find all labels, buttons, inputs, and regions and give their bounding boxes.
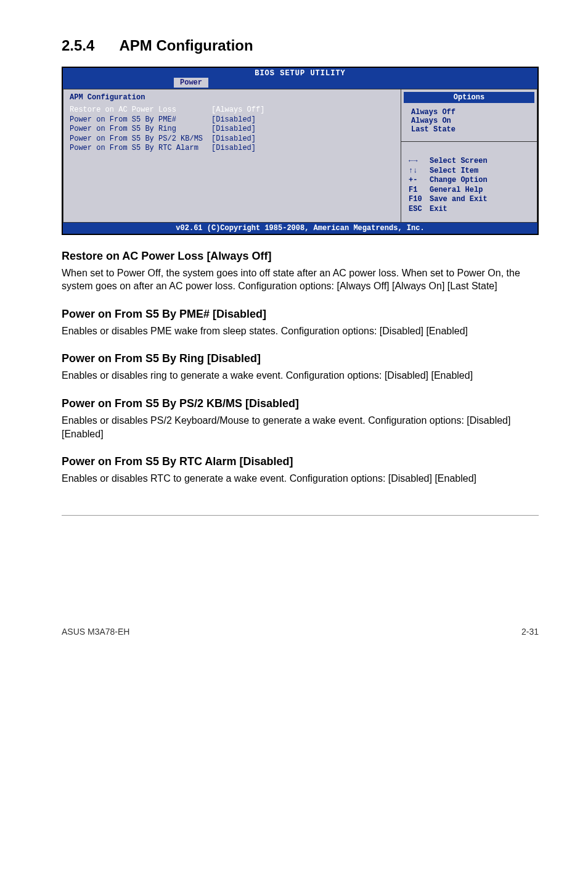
bios-menu-row: Power <box>63 78 537 89</box>
subheading: Power on From S5 By Ring [Disabled] <box>62 352 539 365</box>
bios-option[interactable]: Always On <box>411 117 527 125</box>
bios-left-panel: APM Configuration Restore on AC Power Lo… <box>63 89 401 223</box>
bios-help-panel: ←→ Select Screen ↑↓ Select Item +- Chang… <box>401 142 537 222</box>
subheading: Power on From S5 By PME# [Disabled] <box>62 308 539 321</box>
bios-help-key: F1 <box>409 186 430 196</box>
bios-help-text: Change Option <box>430 176 488 186</box>
footer-left: ASUS M3A78-EH <box>62 627 129 637</box>
bios-row-value: [Disabled] <box>211 134 256 144</box>
bios-help-row: +- Change Option <box>409 176 529 186</box>
bios-row[interactable]: Power on From S5 By RTC Alarm [Disabled] <box>70 144 394 154</box>
bios-row-value: [Disabled] <box>211 144 256 154</box>
bios-option[interactable]: Last State <box>411 125 527 134</box>
bios-right-panel: Options Always Off Always On Last State … <box>401 89 537 223</box>
bios-help-text: Select Screen <box>430 157 488 167</box>
bios-help-row: ESC Exit <box>409 205 529 215</box>
bios-help-row: ←→ Select Screen <box>409 157 529 167</box>
paragraph: When set to Power Off, the system goes i… <box>62 266 539 293</box>
bios-help-key: F10 <box>409 195 430 205</box>
section-title: 2.5.4 APM Configuration <box>62 37 539 54</box>
bios-row[interactable]: Power on From S5 By PME# [Disabled] <box>70 115 394 125</box>
paragraph: Enables or disables ring to generate a w… <box>62 369 539 382</box>
page-footer: ASUS M3A78-EH 2-31 <box>0 627 588 661</box>
bios-options-list: Always Off Always On Last State <box>401 105 537 141</box>
section-number: 2.5.4 <box>62 37 94 54</box>
bios-body: APM Configuration Restore on AC Power Lo… <box>63 89 537 223</box>
bios-help-row: F10 Save and Exit <box>409 195 529 205</box>
bios-left-title: APM Configuration <box>70 93 394 102</box>
footer-right: 2-31 <box>521 627 539 637</box>
bios-row-label: Restore on AC Power Loss <box>70 105 211 115</box>
arrows-lr-icon: ←→ <box>409 157 430 167</box>
arrows-ud-icon: ↑↓ <box>409 167 430 176</box>
bios-help-text: Save and Exit <box>430 195 488 205</box>
bios-help-key: ESC <box>409 205 430 215</box>
bios-help-key: +- <box>409 176 430 186</box>
bios-row-label: Power on From S5 By PS/2 KB/MS <box>70 134 211 144</box>
bios-footer: v02.61 (C)Copyright 1985-2008, American … <box>63 223 537 234</box>
bios-help-row: ↑↓ Select Item <box>409 167 529 176</box>
bios-row[interactable]: Power on From S5 By Ring [Disabled] <box>70 125 394 134</box>
subheading: Power on From S5 By RTC Alarm [Disabled] <box>62 455 539 468</box>
bios-help-text: General Help <box>430 186 483 196</box>
bios-box: BIOS SETUP UTILITY Power APM Configurati… <box>62 67 539 235</box>
paragraph: Enables or disables PS/2 Keyboard/Mouse … <box>62 414 539 440</box>
footer-divider <box>62 515 539 516</box>
bios-row-value: [Disabled] <box>211 125 256 134</box>
bios-row-value: [Disabled] <box>211 115 256 125</box>
bios-options-header: Options <box>404 92 534 103</box>
bios-row-label: Power on From S5 By PME# <box>70 115 211 125</box>
bios-row-label: Power on From S5 By RTC Alarm <box>70 144 211 154</box>
bios-row[interactable]: Power on From S5 By PS/2 KB/MS [Disabled… <box>70 134 394 144</box>
bios-option[interactable]: Always Off <box>411 108 527 117</box>
subheading: Power on From S5 By PS/2 KB/MS [Disabled… <box>62 397 539 410</box>
bios-row[interactable]: Restore on AC Power Loss [Always Off] <box>70 105 394 115</box>
bios-options-panel: Options Always Off Always On Last State <box>401 89 537 142</box>
bios-header: BIOS SETUP UTILITY <box>63 68 537 78</box>
bios-help-row: F1 General Help <box>409 186 529 196</box>
paragraph: Enables or disables PME wake from sleep … <box>62 324 539 338</box>
bios-row-value: [Always Off] <box>211 105 264 115</box>
subheading: Restore on AC Power Loss [Always Off] <box>62 250 539 263</box>
bios-row-label: Power on From S5 By Ring <box>70 125 211 134</box>
bios-help-text: Exit <box>430 205 447 215</box>
bios-help-text: Select Item <box>430 167 478 176</box>
bios-tab-power[interactable]: Power <box>174 78 208 88</box>
paragraph: Enables or disables RTC to generate a wa… <box>62 472 539 485</box>
section-heading: APM Configuration <box>119 37 253 54</box>
